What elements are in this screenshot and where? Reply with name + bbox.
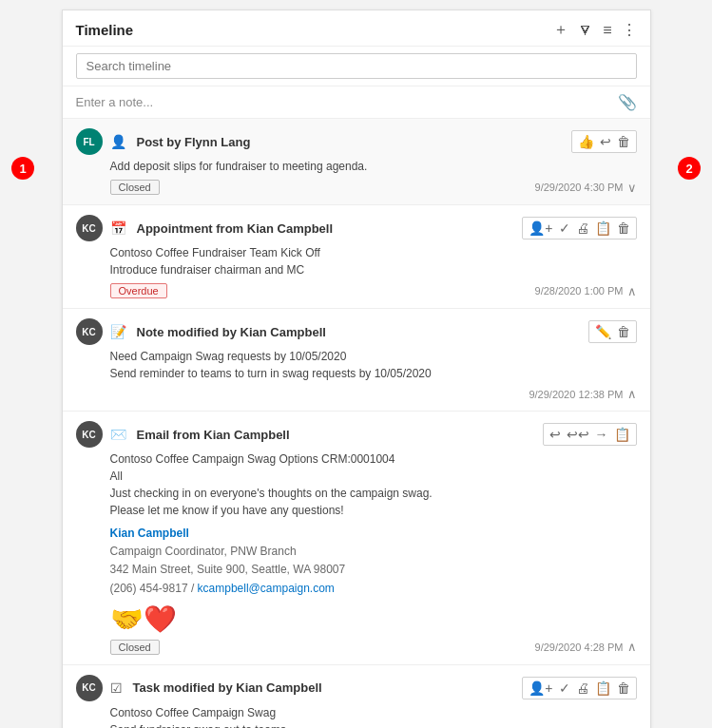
appt-footer: Overdue 9/28/2020 1:00 PM ∧ — [110, 283, 637, 298]
note-header: KC 📝 Note modified by Kian Campbell ✏️ 🗑 — [76, 318, 637, 345]
create-record-icon[interactable]: 📋 — [614, 427, 630, 442]
edit-task-icon[interactable]: 📋 — [595, 680, 611, 696]
note-item: KC 📝 Note modified by Kian Campbell ✏️ 🗑… — [63, 309, 650, 412]
email-timestamp: 9/29/2020 4:28 PM ∧ — [535, 640, 637, 654]
search-input[interactable] — [76, 53, 637, 79]
timeline-panel: Timeline ＋ ⛛ ≡ ⋮ Enter a note... 📎 — [62, 10, 651, 728]
avatar-kc-appt: KC — [76, 215, 103, 241]
timeline-items: FL 👤 Post by Flynn Lang 👍 ↩ 🗑 Add deposi… — [63, 119, 650, 728]
print-icon[interactable]: 🖨 — [576, 220, 589, 236]
note-footer: 9/29/2020 12:38 PM ∧ — [110, 387, 637, 401]
add-icon[interactable]: ＋ — [553, 20, 568, 40]
undo-icon[interactable]: ↩ — [600, 134, 611, 149]
thumbsup-icon[interactable]: 👍 — [578, 134, 594, 149]
post-actions: 👍 ↩ 🗑 — [571, 130, 637, 153]
note-actions: ✏️ 🗑 — [588, 320, 637, 343]
task-title: Task modified by Kian Campbell — [133, 680, 322, 695]
post-left: FL 👤 Post by Flynn Lang — [76, 128, 571, 155]
sig-role: Campaign Coordinator, PNW Branch — [110, 543, 637, 561]
post-footer: Closed 9/29/2020 4:30 PM ∨ — [110, 180, 637, 195]
search-bar — [63, 47, 650, 86]
email-left: KC ✉️ Email from Kian Campbell — [76, 421, 543, 448]
post-chevron[interactable]: ∨ — [627, 181, 637, 195]
appt-left: KC 📅 Appointment from Kian Campbell — [76, 215, 523, 241]
post-title: Post by Flynn Lang — [137, 135, 251, 149]
delete-icon[interactable]: 🗑 — [617, 134, 630, 149]
edit-icon[interactable]: 📋 — [595, 220, 611, 236]
avatar-fl: FL — [76, 128, 103, 155]
post-body: Add deposit slips for fundraiser to meet… — [110, 158, 637, 175]
header-icons: ＋ ⛛ ≡ ⋮ — [553, 20, 636, 40]
email-item: KC ✉️ Email from Kian Campbell ↩ ↩↩ → 📋 … — [63, 412, 650, 665]
timeline-header: Timeline ＋ ⛛ ≡ ⋮ — [63, 10, 650, 47]
note-title: Note modified by Kian Campbell — [137, 325, 326, 339]
email-type-icon: ✉️ — [110, 427, 126, 442]
filter-icon[interactable]: ⛛ — [578, 22, 593, 39]
edit-note-icon[interactable]: ✏️ — [595, 324, 611, 339]
email-footer: Closed 9/29/2020 4:28 PM ∧ — [110, 640, 637, 655]
task-item: KC ☑ Task modified by Kian Campbell 👤+ ✓… — [63, 665, 650, 728]
email-actions: ↩ ↩↩ → 📋 — [543, 423, 637, 446]
reply-all-icon[interactable]: ↩↩ — [567, 427, 589, 442]
note-chevron[interactable]: ∧ — [627, 387, 637, 401]
task-type-icon: ☑ — [110, 680, 123, 696]
email-body: Contoso Coffee Campaign Swag Options CRM… — [110, 450, 637, 519]
appt-body: Contoso Coffee Fundraiser Team Kick Off … — [110, 244, 637, 278]
avatar-kc-email: KC — [76, 421, 103, 448]
note-timestamp: 9/29/2020 12:38 PM ∧ — [529, 387, 636, 401]
appt-timestamp: 9/28/2020 1:00 PM ∧ — [535, 284, 637, 298]
email-image: 🤝❤️ — [110, 603, 637, 635]
email-header: KC ✉️ Email from Kian Campbell ↩ ↩↩ → 📋 — [76, 421, 637, 448]
task-body: Contoso Coffee Campaign Swag Send fundra… — [110, 704, 637, 728]
email-chevron[interactable]: ∧ — [627, 640, 637, 654]
appt-actions: 👤+ ✓ 🖨 📋 🗑 — [522, 217, 636, 239]
annotation-1: 1 — [11, 157, 34, 180]
note-type-icon: 📝 — [110, 324, 126, 339]
more-icon[interactable]: ⋮ — [622, 21, 637, 39]
print-task-icon[interactable]: 🖨 — [576, 680, 589, 696]
complete-icon[interactable]: ✓ — [559, 220, 570, 236]
sig-name: Kian Campbell — [110, 525, 637, 543]
delete-icon-appt[interactable]: 🗑 — [617, 220, 630, 236]
note-body: Need Campaign Swag requests by 10/05/202… — [110, 348, 637, 382]
appt-item: KC 📅 Appointment from Kian Campbell 👤+ ✓… — [63, 205, 650, 309]
annotation-2: 2 — [678, 157, 701, 180]
reply-icon[interactable]: ↩ — [549, 427, 561, 442]
sig-contact: (206) 454-9817 / kcampbell@campaign.com — [110, 580, 637, 598]
appt-chevron[interactable]: ∧ — [627, 284, 637, 298]
email-badge: Closed — [110, 640, 160, 655]
assign-icon[interactable]: 👤+ — [529, 220, 552, 236]
appt-title: Appointment from Kian Campbell — [137, 221, 334, 236]
note-placeholder: Enter a note... — [76, 95, 154, 109]
outer-wrapper: 1 2 Timeline ＋ ⛛ ≡ ⋮ Enter a note... 📎 — [10, 10, 702, 728]
appt-header: KC 📅 Appointment from Kian Campbell 👤+ ✓… — [76, 215, 637, 241]
task-actions: 👤+ ✓ 🖨 📋 🗑 — [522, 677, 636, 699]
complete-task-icon[interactable]: ✓ — [559, 680, 570, 696]
post-type-icon: 👤 — [110, 134, 126, 149]
post-item: FL 👤 Post by Flynn Lang 👍 ↩ 🗑 Add deposi… — [63, 119, 650, 205]
sort-icon[interactable]: ≡ — [603, 22, 611, 39]
post-header: FL 👤 Post by Flynn Lang 👍 ↩ 🗑 — [76, 128, 637, 155]
email-title: Email from Kian Campbell — [137, 428, 290, 442]
appt-badge: Overdue — [110, 283, 167, 298]
delete-task-icon[interactable]: 🗑 — [617, 680, 630, 696]
post-timestamp: 9/29/2020 4:30 PM ∨ — [535, 181, 637, 195]
attach-icon[interactable]: 📎 — [618, 93, 637, 111]
post-badge: Closed — [110, 180, 160, 195]
appt-type-icon: 📅 — [110, 220, 126, 236]
sig-email-link[interactable]: kcampbell@campaign.com — [198, 582, 335, 595]
avatar-kc-task: KC — [76, 675, 103, 701]
email-signature: Kian Campbell Campaign Coordinator, PNW … — [110, 525, 637, 598]
avatar-kc-note: KC — [76, 318, 103, 345]
delete-note-icon[interactable]: 🗑 — [617, 324, 630, 339]
timeline-title: Timeline — [76, 22, 134, 38]
note-bar: Enter a note... 📎 — [63, 86, 650, 119]
sig-address: 342 Main Street, Suite 900, Seattle, WA … — [110, 561, 637, 579]
task-header: KC ☑ Task modified by Kian Campbell 👤+ ✓… — [76, 675, 637, 701]
forward-icon[interactable]: → — [595, 427, 608, 442]
assign-task-icon[interactable]: 👤+ — [529, 680, 552, 696]
note-left: KC 📝 Note modified by Kian Campbell — [76, 318, 588, 345]
task-left: KC ☑ Task modified by Kian Campbell — [76, 675, 523, 701]
